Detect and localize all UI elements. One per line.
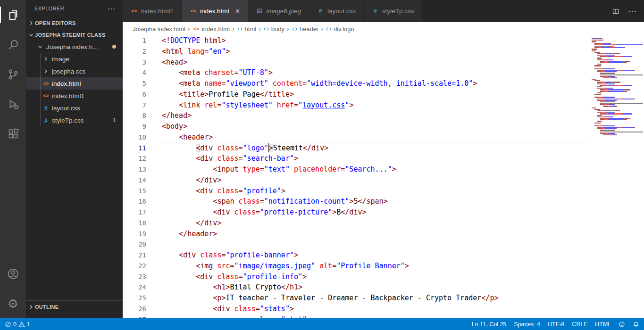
code-line-18[interactable]: 18 </div> xyxy=(123,218,644,229)
line-content[interactable]: <meta name="viewport" content="width=dev… xyxy=(159,78,586,89)
explorer-actions-icon[interactable]: ⋯ xyxy=(105,4,118,13)
line-content[interactable]: <span class="notification-count">5</span… xyxy=(159,196,586,207)
line-number[interactable]: 15 xyxy=(123,186,146,197)
tab-index.html1[interactable]: <>index.html1 xyxy=(123,0,182,22)
code-line-5[interactable]: 5 <meta name="viewport" content="width=d… xyxy=(123,78,644,89)
line-content[interactable]: <input type="text" placeholder="Search..… xyxy=(159,164,586,175)
line-number[interactable]: 11 xyxy=(123,143,146,154)
open-editors-section[interactable]: OPEN EDITORS xyxy=(26,17,123,29)
close-icon[interactable]: × xyxy=(235,7,240,15)
status-eol[interactable]: CRLF xyxy=(572,321,587,328)
breadcrumb-item-Josepha index.html[interactable]: Josepha index.html xyxy=(133,25,185,33)
line-number[interactable]: 4 xyxy=(123,67,146,78)
line-number[interactable]: 19 xyxy=(123,229,146,239)
status-indentation[interactable]: Spaces: 4 xyxy=(514,321,540,328)
tab-index.html[interactable]: <>index.html× xyxy=(182,0,248,22)
tab-layout.css[interactable]: #layout.css xyxy=(309,0,364,22)
code-line-14[interactable]: 14 </div> xyxy=(123,175,644,186)
line-number[interactable]: 7 xyxy=(123,100,146,111)
account-icon[interactable] xyxy=(0,259,26,289)
line-content[interactable]: <p>IT teacher - Traveler - Dreamer - Bac… xyxy=(159,293,586,304)
line-content[interactable]: <div class="profile"> xyxy=(159,186,586,197)
code-line-6[interactable]: 6 <title>Profile Page</title> xyxy=(123,89,644,100)
code-line-11[interactable]: 11 <div class="logo">Steemit</div> xyxy=(123,143,644,154)
line-number[interactable]: 26 xyxy=(123,304,146,314)
line-content[interactable] xyxy=(159,239,586,250)
code-line-13[interactable]: 13 <input type="text" placeholder="Searc… xyxy=(123,164,644,175)
line-number[interactable]: 2 xyxy=(123,46,146,57)
line-number[interactable]: 22 xyxy=(123,261,146,272)
line-number[interactable]: 13 xyxy=(123,164,146,175)
code-line-15[interactable]: 15 <div class="profile"> xyxy=(123,186,644,197)
line-number[interactable]: 27 xyxy=(123,314,146,319)
status-cursor-position[interactable]: Ln 11, Col 25 xyxy=(472,321,506,328)
line-content[interactable]: </div> xyxy=(159,218,586,229)
source-control-icon[interactable] xyxy=(0,59,26,89)
code-line-16[interactable]: 16 <span class="notification-count">5</s… xyxy=(123,196,644,207)
line-number[interactable]: 14 xyxy=(123,175,146,186)
search-icon[interactable] xyxy=(0,30,26,59)
line-content[interactable]: <html lang="en"> xyxy=(159,46,586,57)
line-content[interactable]: <meta charset="UTF-8"> xyxy=(159,67,586,78)
minimap[interactable] xyxy=(589,35,644,318)
outline-section[interactable]: OUTLINE xyxy=(26,301,123,313)
line-number[interactable]: 9 xyxy=(123,121,146,132)
breadcrumb-item-body[interactable]: body xyxy=(263,25,284,33)
explorer-icon[interactable] xyxy=(0,0,26,30)
line-content[interactable]: <div class="profile-info"> xyxy=(159,272,586,282)
problems-indicator[interactable]: 0 1 xyxy=(5,321,30,328)
code-line-9[interactable]: 9<body> xyxy=(123,121,644,132)
line-number[interactable]: 20 xyxy=(123,239,146,250)
code-editor[interactable]: 1<!DOCTYPE html>2<html lang="en">3<head>… xyxy=(123,35,644,318)
line-content[interactable]: <img src="image/images.jpeg" alt="Profil… xyxy=(159,261,586,272)
tree-item-Josepha index.h...[interactable]: Josepha index.h... xyxy=(26,41,123,53)
code-line-7[interactable]: 7 <link rel="stylesheet" href="layout.cs… xyxy=(123,100,644,111)
status-encoding[interactable]: UTF-8 xyxy=(548,321,564,328)
line-content[interactable]: <span class="stat"> xyxy=(159,314,586,319)
breadcrumb-item-header[interactable]: header xyxy=(292,25,318,33)
line-content[interactable]: <header> xyxy=(159,132,586,143)
code-line-19[interactable]: 19 </header> xyxy=(123,229,644,239)
line-content[interactable]: </div> xyxy=(159,175,586,186)
line-content[interactable]: <div class="profile-picture">B</div> xyxy=(159,207,586,218)
line-content[interactable]: </header> xyxy=(159,229,586,239)
line-content[interactable]: </head> xyxy=(159,110,586,121)
code-line-26[interactable]: 26 <div class="stats"> xyxy=(123,304,644,314)
line-content[interactable]: <div class="search-bar"> xyxy=(159,153,586,164)
line-content[interactable]: <body> xyxy=(159,121,586,132)
code-line-25[interactable]: 25 <p>IT teacher - Traveler - Dreamer - … xyxy=(123,293,644,304)
code-line-12[interactable]: 12 <div class="search-bar"> xyxy=(123,153,644,164)
line-number[interactable]: 3 xyxy=(123,57,146,68)
breadcrumb-item-html[interactable]: html xyxy=(237,25,257,33)
code-line-27[interactable]: 27 <span class="stat"> xyxy=(123,314,644,319)
extensions-icon[interactable] xyxy=(0,119,26,148)
run-debug-icon[interactable] xyxy=(0,89,26,119)
code-line-3[interactable]: 3<head> xyxy=(123,57,644,68)
code-line-24[interactable]: 24 <h1>Bilal Crypto</h1> xyxy=(123,282,644,293)
line-content[interactable]: <div class="profile-banner"> xyxy=(159,250,586,261)
line-number[interactable]: 12 xyxy=(123,153,146,164)
bell-icon[interactable] xyxy=(633,321,639,328)
line-number[interactable]: 24 xyxy=(123,282,146,293)
code-line-21[interactable]: 21 <div class="profile-banner"> xyxy=(123,250,644,261)
line-number[interactable]: 25 xyxy=(123,293,146,304)
line-content[interactable]: <div class="stats"> xyxy=(159,304,586,314)
line-number[interactable]: 21 xyxy=(123,250,146,261)
line-number[interactable]: 5 xyxy=(123,78,146,89)
code-line-10[interactable]: 10 <header> xyxy=(123,132,644,143)
breadcrumb-item-index.html[interactable]: <>index.html xyxy=(192,25,230,33)
code-line-4[interactable]: 4 <meta charset="UTF-8"> xyxy=(123,67,644,78)
line-number[interactable]: 10 xyxy=(123,132,146,143)
settings-gear-icon[interactable]: ⚙ xyxy=(0,289,26,318)
tab-image6.jpeg[interactable]: image6.jpeg xyxy=(248,0,309,22)
line-content[interactable]: <head> xyxy=(159,57,586,68)
code-line-2[interactable]: 2<html lang="en"> xyxy=(123,46,644,57)
breadcrumb-item-div.logo[interactable]: div.logo xyxy=(326,25,354,33)
line-content[interactable]: <div class="logo">Steemit</div> xyxy=(159,143,586,154)
code-line-8[interactable]: 8</head> xyxy=(123,110,644,121)
line-content[interactable]: <!DOCTYPE html> xyxy=(159,35,586,46)
line-content[interactable]: <title>Profile Page</title> xyxy=(159,89,586,100)
line-number[interactable]: 17 xyxy=(123,207,146,218)
line-number[interactable]: 1 xyxy=(123,35,146,46)
feedback-smiley-icon[interactable] xyxy=(619,321,625,328)
